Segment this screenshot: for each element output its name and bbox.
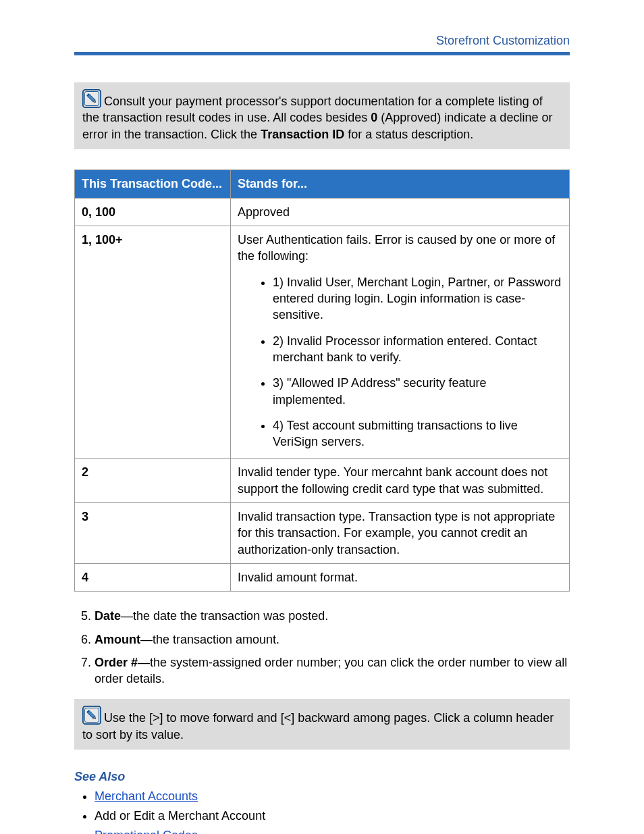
desc-bullets: 1) Invalid User, Merchant Login, Partner…: [238, 274, 562, 450]
code-cell: 3: [75, 503, 231, 564]
link-merchant-accounts[interactable]: Merchant Accounts: [95, 789, 198, 803]
pencil-icon: [82, 89, 101, 108]
table-row: 1, 100+ User Authentication fails. Error…: [75, 226, 570, 459]
definition-text: —the date the transaction was posted.: [121, 609, 328, 623]
definition-item: Date—the date the transaction was posted…: [95, 608, 570, 624]
table-row: 0, 100 Approved: [75, 198, 570, 226]
definition-text: —the system-assigned order number; you c…: [95, 656, 567, 685]
desc-cell: User Authentication fails. Error is caus…: [231, 226, 570, 459]
note1-bold1: 0: [371, 111, 377, 124]
text-add-edit-merchant: Add or Edit a Merchant Account: [95, 809, 265, 823]
col-header-desc: Stands for...: [231, 170, 570, 198]
desc-text: User Authentication fails. Error is caus…: [238, 233, 555, 263]
table-header-row: This Transaction Code... Stands for...: [75, 170, 570, 198]
note1-text-post: for a status description.: [344, 128, 473, 141]
note1-bold2: Transaction ID: [261, 128, 344, 141]
note2-text: Use the [>] to move forward and [<] back…: [82, 711, 554, 741]
see-also-list: Merchant Accounts Add or Edit a Merchant…: [74, 789, 570, 834]
header-rule: [74, 52, 570, 55]
definition-item: Order #—the system-assigned order number…: [95, 654, 570, 687]
definition-term: Amount: [95, 633, 140, 646]
note-box-1: Consult your payment processor's support…: [74, 82, 570, 149]
pencil-icon: [82, 706, 101, 725]
bullet-item: 1) Invalid User, Merchant Login, Partner…: [273, 274, 562, 323]
code-cell: 2: [75, 459, 231, 503]
code-cell: 4: [75, 563, 231, 591]
note-box-2: Use the [>] to move forward and [<] back…: [74, 699, 570, 750]
table-row: 2 Invalid tender type. Your mercahnt ban…: [75, 459, 570, 503]
desc-cell: Invalid transaction type. Transaction ty…: [231, 503, 570, 564]
bullet-item: 2) Invalid Processor information entered…: [273, 333, 562, 366]
bullet-item: 3) "Allowed IP Address" security feature…: [273, 375, 562, 408]
code-cell: 0, 100: [75, 198, 231, 226]
table-row: 4 Invalid amount format.: [75, 563, 570, 591]
code-cell: 1, 100+: [75, 226, 231, 459]
definition-text: —the transaction amount.: [140, 633, 279, 646]
definition-term: Date: [95, 609, 121, 623]
see-also-item: Merchant Accounts: [95, 789, 570, 804]
table-row: 3 Invalid transaction type. Transaction …: [75, 503, 570, 564]
bullet-item: 4) Test account submitting transactions …: [273, 417, 562, 450]
col-header-code: This Transaction Code...: [75, 170, 231, 198]
desc-cell: Invalid amount format.: [231, 563, 570, 591]
desc-cell: Approved: [231, 198, 570, 226]
page-container: Storefront Customization Consult your pa…: [0, 0, 644, 834]
definition-term: Order #: [95, 656, 138, 669]
definition-item: Amount—the transaction amount.: [95, 631, 570, 648]
see-also-item: Add or Edit a Merchant Account: [95, 809, 570, 823]
see-also-item: Promotional Codes: [95, 829, 570, 834]
definitions-list: Date—the date the transaction was posted…: [74, 608, 570, 687]
section-title: Storefront Customization: [74, 34, 570, 48]
transaction-codes-table: This Transaction Code... Stands for... 0…: [74, 170, 570, 592]
link-promotional-codes[interactable]: Promotional Codes: [95, 829, 198, 834]
desc-cell: Invalid tender type. Your mercahnt bank …: [231, 459, 570, 503]
see-also-heading: See Also: [74, 770, 570, 784]
